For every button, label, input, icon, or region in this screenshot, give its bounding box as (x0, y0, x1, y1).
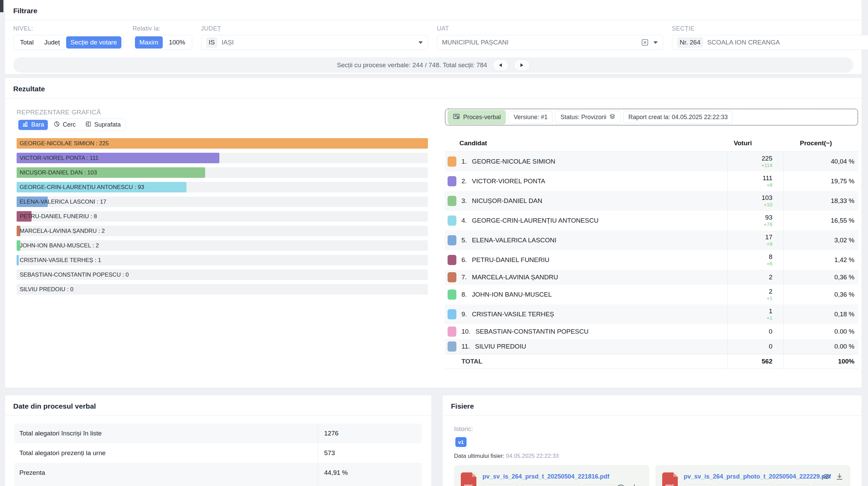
votes-value: 0 (769, 328, 772, 335)
table-row: 5. ELENA-VALERICA LASCONI 17 +9 3,02 % (445, 230, 858, 250)
bar-row: NICUȘOR-DANIEL DAN : 103 (17, 167, 428, 178)
candidate-cell: 11. SILVIU PREDOIU (445, 341, 727, 352)
votes-value: 17 (765, 233, 772, 241)
istoric-label: Istoric: (454, 425, 850, 433)
preview-eye-icon[interactable] (616, 484, 626, 486)
preview-eye-icon[interactable] (822, 473, 831, 481)
status-pill: Status: Provizorii (555, 111, 620, 124)
stats-row: Total alegatori înscriși în liste 1276 (14, 424, 422, 443)
version-v1-badge[interactable]: v1 (455, 437, 467, 447)
votes-delta: +10 (764, 202, 772, 208)
uat-label: UAT (437, 25, 663, 32)
results-table-header: Candidat Voturi Procent(~) (445, 139, 858, 152)
filter-group-judet: JUDEȚ IS IAȘI (201, 25, 428, 50)
candidate-color-swatch (448, 156, 456, 167)
nivel-judet-button[interactable]: Județ (40, 36, 64, 49)
header-candidat: Candidat (445, 139, 727, 147)
chart-mode-toggle-group: Bara Cerc Suprafata (17, 118, 126, 131)
filter-group-uat: UAT MUNICIPIUL PAȘCANI (437, 25, 663, 50)
candidate-rank: 10. (461, 328, 470, 335)
candidate-name: SILVIU PREDOIU (475, 343, 526, 350)
file-meta-badge: Tip: Poză (684, 485, 713, 486)
candidate-color-swatch (448, 196, 456, 206)
candidate-rank: 11. (461, 343, 470, 350)
section-title-filtrare: Filtrare (5, 0, 862, 20)
votes-cell: 1 +1 (727, 304, 783, 324)
next-section-button[interactable] (514, 59, 530, 71)
relativ-maxim-button[interactable]: Maxim (135, 36, 163, 49)
percent-cell: 1,42 % (783, 250, 858, 270)
candidate-cell: 6. PETRU-DANIEL FUNERIU (445, 255, 727, 265)
candidate-color-swatch (448, 326, 456, 337)
nivel-total-button[interactable]: Total (16, 36, 38, 49)
votes-cell: 2 (727, 270, 783, 285)
header-procent: Procent(~) (783, 139, 858, 147)
votes-delta: +76 (764, 221, 772, 227)
percent-cell: 3,02 % (783, 230, 858, 250)
candidate-color-swatch (448, 272, 456, 282)
clear-icon[interactable] (641, 38, 649, 46)
file-link[interactable]: pv_sv_is_264_prsd_photo_t_20250504_22222… (684, 473, 844, 480)
candidate-name: JOHN-ION BANU-MUSCEL (472, 291, 552, 298)
uat-value: MUNICIPIUL PAȘCANI (442, 39, 509, 46)
file-link[interactable]: pv_sv_is_264_prsd_t_20250504_221816.pdf (482, 473, 643, 480)
candidate-cell: 7. MARCELA-LAVINIA ȘANDRU (445, 272, 727, 282)
filter-group-nivel: NIVEL: Total Județ Secție de votare (13, 25, 124, 50)
chart-representation-label: REPREZENTARE GRAFICĂ (17, 109, 428, 116)
download-icon[interactable] (835, 472, 844, 482)
chevron-down-icon[interactable] (653, 41, 658, 44)
table-row: 7. MARCELA-LAVINIA ȘANDRU 2 0,36 % (445, 270, 858, 285)
stats-row: Total alegatori prezenți la urne 573 (14, 443, 422, 463)
sections-status-text: Secții cu procese verbale: 244 / 748. To… (337, 61, 487, 69)
document-certificate-icon (453, 113, 460, 122)
prev-section-button[interactable] (493, 59, 509, 71)
judet-label: JUDEȚ (201, 25, 428, 32)
chart-mode-cerc-button[interactable]: Cerc (50, 119, 79, 130)
candidate-color-swatch (448, 341, 456, 352)
candidate-rank: 3. (461, 197, 467, 205)
votes-cell: 0 (727, 339, 783, 354)
candidate-color-swatch (448, 309, 456, 319)
votes-delta: +114 (761, 162, 772, 168)
bar-label: JOHN-ION BANU-MUSCEL : 2 (20, 242, 99, 249)
percent-cell: 0.00 % (783, 339, 858, 354)
bar-row: ELENA-VALERICA LASCONI : 17 (17, 197, 428, 207)
stats-label: Prezenta (14, 469, 318, 476)
stats-value: 573 (318, 443, 422, 463)
chart-column: REPREZENTARE GRAFICĂ Bara Cerc Suprafata (17, 109, 428, 369)
votes-cell: 93 +76 (727, 211, 783, 230)
bar-row: JOHN-ION BANU-MUSCEL : 2 (17, 240, 428, 251)
tab-proces-verbal[interactable]: Proces-verbal (448, 110, 506, 125)
layers-icon (609, 113, 615, 121)
bar-chart: GEORGE-NICOLAE SIMION : 225 VICTOR-VIORE… (17, 138, 428, 295)
bar-label: ELENA-VALERICA LASCONI : 17 (20, 199, 106, 205)
stats-value: 1276 (318, 424, 422, 443)
total-percent-cell: 100% (783, 354, 858, 369)
votes-delta: +8 (767, 182, 772, 188)
sectie-code-badge: Nr. 264 (677, 37, 703, 48)
table-row: 4. GEORGE-CRIN-LAURENȚIU ANTONESCU 93 +7… (445, 211, 858, 230)
file-meta-badge: Provizorii (813, 485, 841, 486)
bar-label: SEBASTIAN-CONSTANTIN POPESCU : 0 (20, 272, 129, 278)
uat-select[interactable]: MUNICIPIUL PAȘCANI (437, 35, 663, 50)
percent-cell: 19,75 % (783, 171, 858, 191)
chevron-down-icon[interactable] (418, 41, 423, 44)
candidate-cell: 10. SEBASTIAN-CONSTANTIN POPESCU (445, 326, 727, 337)
nivel-sectie-de-votare-button[interactable]: Secție de votare (66, 36, 121, 49)
candidate-rank: 8. (461, 291, 467, 298)
votes-delta: +9 (767, 241, 772, 247)
votes-value: 1 (769, 307, 772, 315)
sectie-select[interactable]: Nr. 264 SCOALA ION CREANGA (672, 35, 868, 50)
relativ-100-button[interactable]: 100% (164, 36, 190, 49)
chart-mode-bara-button[interactable]: Bara (18, 120, 48, 130)
last-file-line: Data ultimului fisier: 04.05.2025 22:22:… (454, 453, 850, 460)
nivel-label: NIVEL: (13, 25, 124, 32)
candidate-name: VICTOR-VIOREL PONTA (472, 177, 545, 185)
candidate-color-swatch (448, 289, 456, 300)
candidate-cell: 9. CRISTIAN-VASILE TERHEȘ (445, 309, 727, 319)
judet-select[interactable]: IS IAȘI (201, 35, 428, 50)
chart-mode-suprafata-button[interactable]: Suprafata (81, 119, 124, 130)
pie-chart-icon (54, 121, 60, 129)
section-title-rezultate: Rezultate (5, 78, 862, 98)
download-icon[interactable] (630, 483, 638, 486)
